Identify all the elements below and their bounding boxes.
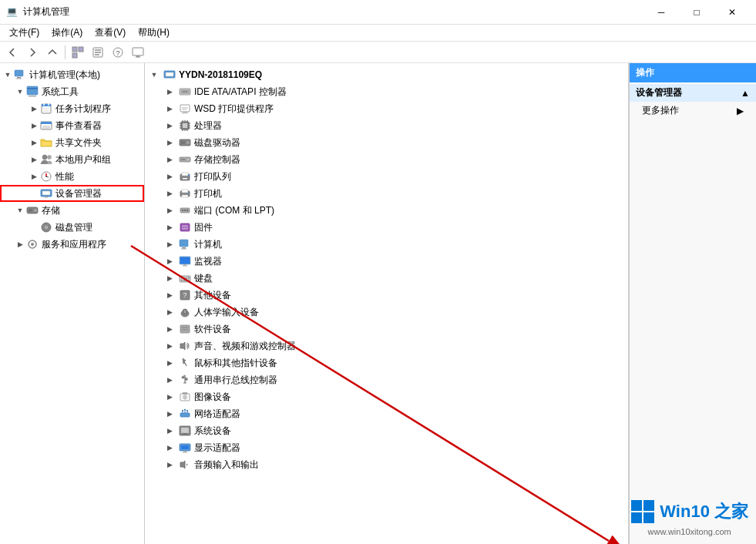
device-item-18[interactable]: ▶ 图像设备 [145,388,628,405]
svg-point-38 [34,209,37,212]
icon-disk-mgmt [40,221,52,233]
device-item-9[interactable]: ▶ 计算机 [145,236,628,253]
tree-device-manager[interactable]: 设备管理器 [0,185,144,202]
right-panel-item-0[interactable]: 更多操作 ▶ [630,102,756,119]
watermark-brand: Win10 之家 [660,500,748,523]
device-label-4: 存储控制器 [194,153,240,166]
menu-file[interactable]: 文件(F) [3,25,45,41]
tree-event-viewer[interactable]: ▶ 事件查看器 [0,117,144,134]
device-item-20[interactable]: ▶ 系统设备 [145,422,628,439]
device-label-8: 固件 [194,221,213,234]
device-item-1[interactable]: ▶ WSD 打印提供程序 [145,100,628,117]
device-label-19: 网络适配器 [194,408,240,421]
device-item-22[interactable]: ▶ 音频输入和输出 [145,456,628,473]
device-item-5[interactable]: ▶ 打印队列 [145,168,628,185]
device-item-2[interactable]: ▶ 处理器 [145,117,628,134]
svg-rect-1 [79,47,83,52]
svg-rect-107 [187,280,189,281]
svg-rect-57 [183,123,187,128]
device-item-4[interactable]: ▶ 存储控制器 [145,151,628,168]
svg-rect-127 [180,413,190,417]
expand-root[interactable]: ▼ [2,69,14,81]
expand-local-users[interactable]: ▶ [28,153,40,166]
tree-perf[interactable]: ▶ 性能 [0,168,144,185]
device-item-8[interactable]: ▶ 固件 [145,219,628,236]
toolbar-show-hide[interactable] [69,44,87,61]
device-item-14[interactable]: ▶ 软件设备 [145,321,628,337]
device-item-17[interactable]: ▶ 通用串行总线控制器 [145,371,628,388]
tree-local-users[interactable]: ▶ 本地用户和组 [0,151,144,168]
svg-rect-0 [72,47,77,52]
svg-rect-97 [180,257,190,264]
svg-rect-138 [181,445,189,449]
icon-services [26,238,39,250]
expand-event-viewer[interactable]: ▶ [28,119,40,132]
device-item-11[interactable]: ▶ 键盘 [145,270,628,287]
device-label-10: 监视器 [194,255,222,268]
expand-perf[interactable]: ▶ [28,170,40,183]
svg-rect-19 [42,104,51,106]
toolbar-up[interactable] [43,44,62,61]
icon-sys-tools [26,86,39,98]
device-item-6[interactable]: ▶ 打印机 [145,185,628,202]
svg-point-43 [45,227,47,228]
tree-disk-mgmt[interactable]: 磁盘管理 [0,219,144,236]
device-item-16[interactable]: ▶ 鼠标和其他指针设备 [145,354,628,371]
device-root[interactable]: ▼ YYDN-20181109EQ [145,66,628,83]
expand-task-sched[interactable]: ▶ [28,102,40,115]
svg-rect-132 [186,410,188,411]
svg-rect-81 [188,175,190,176]
svg-rect-12 [15,70,23,76]
tree-shared-folder-label: 共享文件夹 [55,136,102,149]
device-item-19[interactable]: ▶ 网络适配器 [145,405,628,422]
tree-root[interactable]: ▼ 计算机管理(本地) [0,66,144,83]
svg-rect-102 [183,277,185,279]
icon-perf [40,170,52,183]
right-panel-section-label[interactable]: 设备管理器 ▲ [630,84,756,102]
device-item-10[interactable]: ▶ 监视器 [145,253,628,270]
device-item-15[interactable]: ▶ 声音、视频和游戏控制器 [145,337,628,354]
icon-device-root [163,69,176,81]
watermark-url: www.win10xitong.com [648,527,731,536]
tree-sys-tools[interactable]: ▼ 系统工具 [0,83,144,100]
toolbar-help[interactable]: ? [109,44,127,61]
icon-device-manager [40,187,52,200]
toolbar-back[interactable] [3,44,22,61]
tree-services[interactable]: ▶ 服务和应用程序 [0,236,144,253]
device-item-7[interactable]: ▶ 端口 (COM 和 LPT) [145,202,628,219]
svg-rect-55 [182,113,188,114]
device-item-0[interactable]: ▶ IDE ATA/ATAPI 控制器 [145,83,628,100]
svg-rect-84 [182,195,188,197]
toolbar-sep1 [65,45,66,59]
menu-view[interactable]: 查看(V) [89,25,132,41]
svg-point-45 [31,243,34,246]
menu-help[interactable]: 帮助(H) [132,25,176,41]
expand-shared-folder[interactable]: ▶ [28,136,40,149]
device-item-13[interactable]: ▶ 人体学输入设备 [145,304,628,321]
expand-disk-mgmt[interactable] [28,221,40,233]
device-item-21[interactable]: ▶ 显示适配器 [145,439,628,456]
tree-shared-folder[interactable]: ▶ 共享文件夹 [0,134,144,151]
section-label-text: 设备管理器 [636,86,682,99]
device-label-11: 键盘 [194,272,213,285]
expand-services[interactable]: ▶ [14,238,26,250]
expand-device-manager[interactable] [28,187,40,200]
close-button[interactable]: ✕ [714,0,750,25]
minimize-button[interactable]: ─ [643,0,679,25]
expand-device-root[interactable]: ▼ [148,69,160,81]
tree-storage[interactable]: ▼ 存储 [0,202,144,219]
menu-action[interactable]: 操作(A) [45,25,89,41]
toolbar-properties[interactable] [89,44,107,61]
svg-rect-51 [180,105,190,112]
expand-sys-tools[interactable]: ▼ [14,86,26,98]
right-panel-header: 操作 [630,63,756,82]
device-item-3[interactable]: ▶ 磁盘驱动器 [145,134,628,151]
toolbar-monitor[interactable] [129,44,147,61]
maximize-button[interactable]: □ [679,0,714,25]
device-item-12[interactable]: ▶ ? 其他设备 [145,287,628,304]
icon-local-users [40,153,52,166]
tree-task-sched[interactable]: ▶ 任务计划程序 [0,100,144,117]
svg-rect-93 [180,240,188,247]
expand-storage[interactable]: ▼ [14,204,26,217]
toolbar-forward[interactable] [23,44,42,61]
